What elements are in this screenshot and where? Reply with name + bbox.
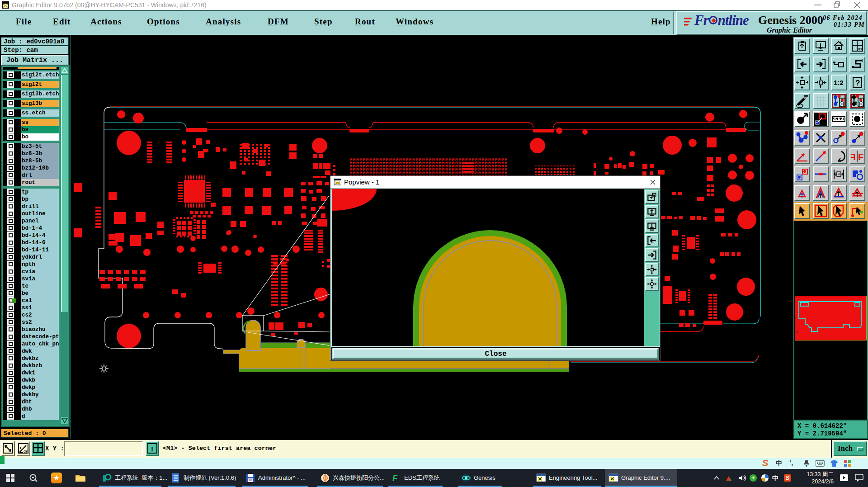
svg-text:XY: XY [858, 47, 863, 51]
svg-text:OK: OK [24, 450, 28, 453]
svg-text:F: F [858, 152, 863, 162]
svg-text:F: F [392, 474, 398, 483]
svg-text:!: ! [151, 445, 153, 453]
svg-text:4: 4 [838, 172, 840, 176]
svg-text:F: F [850, 152, 856, 162]
svg-text:?: ? [855, 79, 860, 87]
svg-text:1:2: 1:2 [834, 79, 844, 86]
svg-text:x: x [796, 330, 798, 334]
